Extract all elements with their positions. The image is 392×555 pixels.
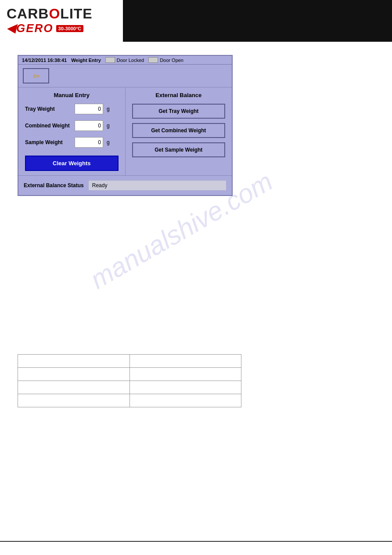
header: CARBOLITE ◀GERO 30-3000°C bbox=[0, 0, 392, 42]
logo-area: CARBOLITE ◀GERO 30-3000°C bbox=[0, 0, 123, 42]
balance-status-label: External Balance Status bbox=[24, 182, 84, 189]
table-cell bbox=[129, 381, 241, 394]
bottom-table bbox=[18, 354, 241, 407]
table-cell bbox=[129, 368, 241, 381]
sample-weight-row: Sample Weight g bbox=[25, 137, 119, 148]
back-button[interactable]: ⇦ bbox=[23, 68, 49, 83]
table-row bbox=[18, 355, 241, 368]
igero-text: ◀GERO bbox=[7, 22, 54, 35]
manual-entry-section: Manual Entry Tray Weight g Combined Weig… bbox=[18, 87, 126, 175]
table-cell bbox=[129, 355, 241, 368]
external-balance-title: External Balance bbox=[132, 92, 226, 98]
weight-entry-panel: 14/12/2011 16:38:41 Weight Entry Door Lo… bbox=[18, 55, 233, 196]
table-row bbox=[18, 394, 241, 407]
content-row: Manual Entry Tray Weight g Combined Weig… bbox=[18, 87, 232, 175]
get-sample-weight-button[interactable]: Get Sample Weight bbox=[132, 142, 226, 157]
get-tray-weight-button[interactable]: Get Tray Weight bbox=[132, 104, 226, 119]
header-black-area bbox=[123, 0, 392, 42]
table-cell bbox=[129, 394, 241, 407]
combined-weight-unit: g bbox=[107, 123, 110, 129]
combined-weight-input[interactable] bbox=[75, 120, 103, 131]
tray-weight-row: Tray Weight g bbox=[25, 104, 119, 114]
sample-weight-label: Sample Weight bbox=[25, 139, 71, 145]
logo-o: O bbox=[49, 6, 60, 22]
status-bar: External Balance Status Ready bbox=[18, 175, 232, 195]
get-combined-weight-button[interactable]: Get Combined Weight bbox=[132, 123, 226, 138]
table-cell bbox=[18, 394, 130, 407]
clear-weights-button[interactable]: Clear Weights bbox=[25, 156, 119, 171]
back-area: ⇦ bbox=[18, 65, 232, 87]
title-bar: 14/12/2011 16:38:41 Weight Entry Door Lo… bbox=[18, 56, 232, 65]
igero-logo: ◀GERO 30-3000°C bbox=[7, 22, 116, 35]
sample-weight-input[interactable] bbox=[75, 137, 103, 148]
main-content: 14/12/2011 16:38:41 Weight Entry Door Lo… bbox=[0, 42, 392, 205]
bottom-line bbox=[0, 541, 392, 542]
tray-weight-input[interactable] bbox=[75, 104, 103, 114]
panel-title: Weight Entry bbox=[71, 58, 101, 63]
door-locked-indicator: Door Locked bbox=[105, 57, 144, 63]
door-open-label: Door Open bbox=[160, 58, 183, 63]
tray-weight-label: Tray Weight bbox=[25, 106, 71, 112]
datetime: 14/12/2011 16:38:41 bbox=[22, 58, 67, 63]
manual-entry-title: Manual Entry bbox=[25, 92, 119, 98]
balance-status-value: Ready bbox=[88, 180, 227, 191]
sample-weight-unit: g bbox=[107, 139, 110, 145]
igero-range: 30-3000°C bbox=[56, 25, 84, 32]
table-cell bbox=[18, 368, 130, 381]
external-balance-section: External Balance Get Tray Weight Get Com… bbox=[126, 87, 232, 175]
table-cell bbox=[18, 381, 130, 394]
door-open-box bbox=[148, 57, 158, 63]
table-cell bbox=[18, 355, 130, 368]
table-row bbox=[18, 381, 241, 394]
door-locked-box bbox=[105, 57, 115, 63]
table-row bbox=[18, 368, 241, 381]
combined-weight-label: Combined Weight bbox=[25, 123, 71, 129]
door-open-indicator: Door Open bbox=[148, 57, 183, 63]
door-locked-label: Door Locked bbox=[117, 58, 144, 63]
carbolite-logo: CARBOLITE bbox=[7, 7, 116, 21]
combined-weight-row: Combined Weight g bbox=[25, 120, 119, 131]
tray-weight-unit: g bbox=[107, 106, 110, 112]
